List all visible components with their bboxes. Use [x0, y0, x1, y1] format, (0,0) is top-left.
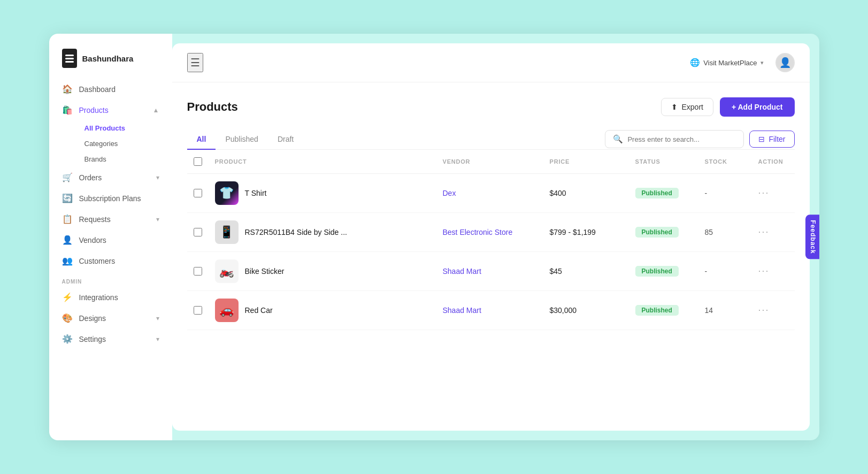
filter-label: Filter [769, 135, 785, 143]
sidebar-item-categories[interactable]: Categories [77, 136, 167, 151]
sidebar-item-label: Vendors [79, 236, 106, 244]
sidebar: Bashundhara 🏠 Dashboard 🛍️ Products ▲ Al… [49, 34, 172, 440]
stock-value: - [705, 189, 708, 197]
vendor-link[interactable]: Shaad Mart [443, 306, 481, 315]
visit-marketplace-button[interactable]: 🌐 Visit MarketPlace ▾ [685, 55, 769, 71]
search-input[interactable] [627, 135, 736, 143]
page-header-actions: ⬆ Export + Add Product [661, 97, 794, 117]
tab-published[interactable]: Published [216, 129, 268, 150]
action-menu-button[interactable]: ··· [758, 265, 770, 276]
filter-button[interactable]: ⊟ Filter [749, 131, 794, 148]
sidebar-item-settings[interactable]: ⚙️ Settings ▾ [55, 328, 167, 349]
action-menu-button[interactable]: ··· [758, 304, 770, 315]
sidebar-item-label: Designs [79, 314, 106, 323]
col-header-price: PRICE [543, 150, 629, 174]
vendors-icon: 👤 [62, 235, 73, 245]
product-thumbnail: 🚗 [215, 299, 239, 322]
row-checkbox[interactable] [194, 306, 202, 315]
tab-all[interactable]: All [187, 129, 216, 150]
sidebar-item-all-products[interactable]: All Products [77, 120, 167, 136]
menu-button[interactable]: ☰ [187, 53, 203, 72]
marketplace-label: Visit MarketPlace [703, 59, 757, 67]
action-menu-button[interactable]: ··· [758, 187, 770, 198]
product-name: Bike Sticker [245, 267, 285, 276]
sidebar-item-orders[interactable]: 🛒 Orders ▾ [55, 167, 167, 188]
vendor-link[interactable]: Dex [443, 189, 456, 197]
sidebar-item-dashboard[interactable]: 🏠 Dashboard [55, 79, 167, 100]
page-header: Products ⬆ Export + Add Product [187, 97, 795, 117]
product-cell: 👕 T Shirt [215, 181, 430, 205]
product-name: T Shirt [245, 189, 267, 197]
search-icon: 🔍 [613, 134, 623, 144]
sidebar-item-label: Subscription Plans [79, 194, 141, 203]
product-cell: 🚗 Red Car [215, 299, 430, 322]
table-row: 📱 RS72R5011B4 Side by Side ... Best Elec… [187, 212, 795, 251]
table-row: 🏍️ Bike Sticker Shaad Mart $45 Published… [187, 251, 795, 290]
export-button[interactable]: ⬆ Export [661, 98, 713, 116]
sidebar-item-label: Requests [79, 215, 111, 224]
sidebar-nav: 🏠 Dashboard 🛍️ Products ▲ All Products C… [49, 79, 172, 440]
product-price: $799 - $1,199 [550, 228, 596, 236]
products-icon: 🛍️ [62, 105, 73, 115]
sidebar-item-designs[interactable]: 🎨 Designs ▾ [55, 308, 167, 328]
page-title: Products [187, 100, 238, 114]
row-checkbox-cell [187, 212, 209, 251]
vendor-link[interactable]: Shaad Mart [443, 267, 481, 276]
filter-icon: ⊟ [758, 135, 765, 143]
row-checkbox-cell [187, 251, 209, 290]
brand-icon [62, 49, 77, 68]
select-all-checkbox[interactable] [194, 157, 202, 166]
stock-value: - [705, 267, 708, 276]
avatar[interactable]: 👤 [775, 53, 795, 72]
action-menu-button[interactable]: ··· [758, 226, 770, 237]
sidebar-item-brands[interactable]: Brands [77, 151, 167, 167]
subscription-icon: 🔄 [62, 193, 73, 203]
products-table: PRODUCT VENDOR PRICE STATUS STOCK ACTION [187, 150, 795, 330]
chevron-down-icon: ▾ [156, 216, 159, 223]
status-badge: Published [635, 305, 679, 316]
integrations-icon: ⚡ [62, 292, 73, 302]
sidebar-item-customers[interactable]: 👥 Customers [55, 250, 167, 271]
sidebar-item-subscription-plans[interactable]: 🔄 Subscription Plans [55, 188, 167, 209]
row-checkbox-cell [187, 173, 209, 212]
product-price: $45 [550, 267, 562, 276]
orders-icon: 🛒 [62, 172, 73, 182]
customers-icon: 👥 [62, 256, 73, 266]
status-badge: Published [635, 227, 679, 238]
product-thumbnail: 📱 [215, 220, 239, 244]
tab-draft[interactable]: Draft [268, 129, 303, 150]
feedback-button[interactable]: Feedback [805, 215, 819, 259]
brand-name: Bashundhara [82, 54, 134, 63]
col-header-status: STATUS [629, 150, 698, 174]
sidebar-item-integrations[interactable]: ⚡ Integrations [55, 287, 167, 308]
chevron-down-icon: ▾ [156, 335, 159, 343]
product-name: RS72R5011B4 Side by Side ... [245, 228, 347, 236]
table-row: 🚗 Red Car Shaad Mart $30,000 Published 1… [187, 290, 795, 330]
sidebar-item-vendors[interactable]: 👤 Vendors [55, 230, 167, 250]
sidebar-item-requests[interactable]: 📋 Requests ▾ [55, 209, 167, 230]
sidebar-item-label: Settings [79, 335, 106, 343]
sidebar-item-label: Integrations [79, 293, 118, 302]
product-thumbnail: 👕 [215, 181, 239, 205]
products-sub-nav: All Products Categories Brands [55, 120, 167, 167]
chevron-down-icon: ▾ [156, 315, 159, 322]
add-product-button[interactable]: + Add Product [720, 97, 795, 117]
row-checkbox-cell [187, 290, 209, 330]
main-content: ☰ 🌐 Visit MarketPlace ▾ 👤 Products [172, 43, 810, 431]
designs-icon: 🎨 [62, 313, 73, 323]
vendor-link[interactable]: Best Electronic Store [443, 228, 513, 236]
row-checkbox[interactable] [194, 267, 202, 276]
product-thumbnail: 🏍️ [215, 259, 239, 283]
tabs-row: All Published Draft 🔍 ⊟ Filter [187, 129, 795, 150]
product-price: $30,000 [550, 306, 577, 315]
topbar: ☰ 🌐 Visit MarketPlace ▾ 👤 [172, 43, 810, 82]
row-checkbox[interactable] [194, 228, 202, 236]
product-cell: 🏍️ Bike Sticker [215, 259, 430, 283]
status-badge: Published [635, 188, 679, 198]
row-checkbox[interactable] [194, 189, 202, 197]
sidebar-item-products[interactable]: 🛍️ Products ▲ [55, 100, 167, 120]
add-product-label: + Add Product [732, 103, 783, 111]
col-header-product: PRODUCT [209, 150, 436, 174]
product-price: $400 [550, 189, 566, 197]
admin-section-label: ADMIN [55, 271, 167, 287]
